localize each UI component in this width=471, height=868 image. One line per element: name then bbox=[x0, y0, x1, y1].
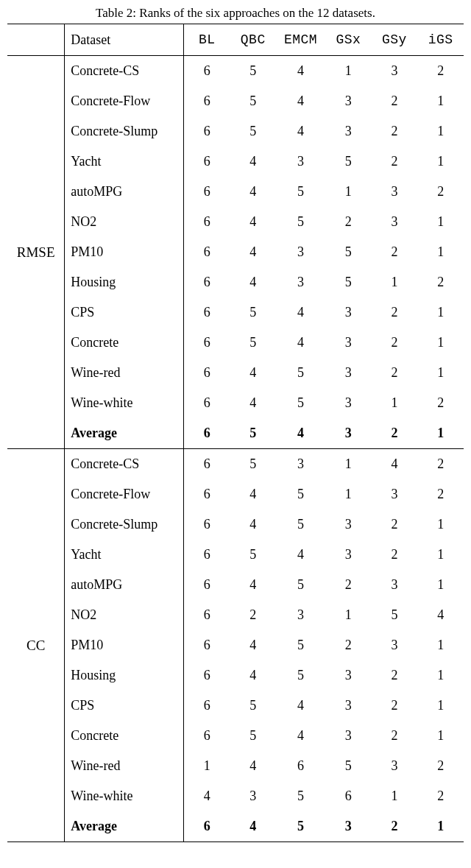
value-cell: 6 bbox=[276, 751, 325, 781]
value-cell: 1 bbox=[417, 540, 464, 570]
value-cell: 5 bbox=[372, 600, 418, 630]
average-value: 2 bbox=[372, 811, 418, 842]
value-cell: 6 bbox=[184, 358, 230, 388]
dataset-cell: NO2 bbox=[65, 207, 184, 237]
value-cell: 4 bbox=[276, 116, 325, 147]
value-cell: 1 bbox=[417, 86, 464, 116]
value-cell: 1 bbox=[325, 449, 372, 480]
dataset-cell: Concrete-Flow bbox=[65, 479, 184, 509]
value-cell: 6 bbox=[184, 570, 230, 600]
average-label: Average bbox=[65, 418, 184, 449]
average-value: 1 bbox=[417, 418, 464, 449]
average-value: 5 bbox=[230, 418, 276, 449]
table-row: Concrete-Flow654321 bbox=[7, 86, 464, 116]
dataset-cell: Yacht bbox=[65, 147, 184, 177]
value-cell: 6 bbox=[184, 177, 230, 207]
value-cell: 1 bbox=[417, 358, 464, 388]
value-cell: 5 bbox=[325, 751, 372, 781]
value-cell: 6 bbox=[184, 630, 230, 660]
ranks-table: DatasetBLQBCEMCMGSxGSyiGSRMSEConcrete-CS… bbox=[7, 24, 464, 842]
value-cell: 1 bbox=[372, 388, 418, 418]
value-cell: 1 bbox=[417, 721, 464, 751]
value-cell: 4 bbox=[230, 207, 276, 237]
value-cell: 6 bbox=[184, 388, 230, 418]
average-value: 4 bbox=[230, 811, 276, 842]
header-row: DatasetBLQBCEMCMGSxGSyiGS bbox=[7, 24, 464, 56]
dataset-cell: CPS bbox=[65, 297, 184, 328]
value-cell: 3 bbox=[372, 630, 418, 660]
header-blank bbox=[7, 24, 65, 56]
table-row: NO2623154 bbox=[7, 600, 464, 630]
value-cell: 1 bbox=[325, 600, 372, 630]
value-cell: 3 bbox=[276, 267, 325, 297]
value-cell: 4 bbox=[230, 147, 276, 177]
value-cell: 3 bbox=[276, 449, 325, 480]
value-cell: 1 bbox=[417, 660, 464, 691]
table-row: CPS654321 bbox=[7, 691, 464, 721]
value-cell: 2 bbox=[372, 86, 418, 116]
value-cell: 2 bbox=[230, 600, 276, 630]
table-row: NO2645231 bbox=[7, 207, 464, 237]
average-value: 2 bbox=[372, 418, 418, 449]
value-cell: 1 bbox=[325, 479, 372, 509]
value-cell: 2 bbox=[372, 147, 418, 177]
value-cell: 1 bbox=[417, 691, 464, 721]
value-cell: 6 bbox=[184, 540, 230, 570]
value-cell: 2 bbox=[325, 570, 372, 600]
value-cell: 3 bbox=[276, 147, 325, 177]
dataset-cell: Concrete-CS bbox=[65, 56, 184, 87]
value-cell: 4 bbox=[230, 358, 276, 388]
value-cell: 6 bbox=[184, 116, 230, 147]
value-cell: 3 bbox=[372, 207, 418, 237]
value-cell: 3 bbox=[372, 570, 418, 600]
dataset-cell: Housing bbox=[65, 660, 184, 691]
value-cell: 6 bbox=[184, 479, 230, 509]
value-cell: 4 bbox=[230, 479, 276, 509]
value-cell: 4 bbox=[230, 570, 276, 600]
value-cell: 2 bbox=[325, 630, 372, 660]
table-row: Housing643512 bbox=[7, 267, 464, 297]
table-row: Yacht643521 bbox=[7, 147, 464, 177]
value-cell: 4 bbox=[417, 600, 464, 630]
table-row: Concrete654321 bbox=[7, 721, 464, 751]
value-cell: 3 bbox=[325, 540, 372, 570]
value-cell: 1 bbox=[417, 328, 464, 358]
dataset-cell: Wine-red bbox=[65, 751, 184, 781]
value-cell: 5 bbox=[230, 86, 276, 116]
value-cell: 3 bbox=[372, 177, 418, 207]
table-row: Concrete-Slump654321 bbox=[7, 116, 464, 147]
value-cell: 5 bbox=[325, 267, 372, 297]
value-cell: 3 bbox=[325, 297, 372, 328]
value-cell: 4 bbox=[276, 540, 325, 570]
dataset-cell: Concrete-CS bbox=[65, 449, 184, 480]
value-cell: 4 bbox=[276, 86, 325, 116]
average-value: 1 bbox=[417, 811, 464, 842]
value-cell: 5 bbox=[230, 56, 276, 87]
value-cell: 5 bbox=[276, 781, 325, 811]
value-cell: 4 bbox=[230, 660, 276, 691]
dataset-cell: PM10 bbox=[65, 630, 184, 660]
value-cell: 2 bbox=[372, 116, 418, 147]
value-cell: 1 bbox=[417, 509, 464, 540]
value-cell: 2 bbox=[372, 540, 418, 570]
value-cell: 5 bbox=[276, 358, 325, 388]
table-row: PM10645231 bbox=[7, 630, 464, 660]
value-cell: 4 bbox=[230, 267, 276, 297]
value-cell: 2 bbox=[417, 751, 464, 781]
value-cell: 3 bbox=[276, 237, 325, 267]
table-row: autoMPG645231 bbox=[7, 570, 464, 600]
value-cell: 2 bbox=[417, 177, 464, 207]
dataset-cell: Concrete bbox=[65, 721, 184, 751]
value-cell: 3 bbox=[325, 660, 372, 691]
dataset-cell: Wine-red bbox=[65, 358, 184, 388]
value-cell: 1 bbox=[417, 116, 464, 147]
value-cell: 5 bbox=[230, 540, 276, 570]
value-cell: 5 bbox=[276, 630, 325, 660]
average-row: Average645321 bbox=[7, 811, 464, 842]
group-label: CC bbox=[7, 449, 65, 842]
value-cell: 3 bbox=[325, 509, 372, 540]
value-cell: 6 bbox=[184, 660, 230, 691]
value-cell: 2 bbox=[417, 781, 464, 811]
dataset-cell: Concrete-Slump bbox=[65, 509, 184, 540]
value-cell: 2 bbox=[372, 721, 418, 751]
